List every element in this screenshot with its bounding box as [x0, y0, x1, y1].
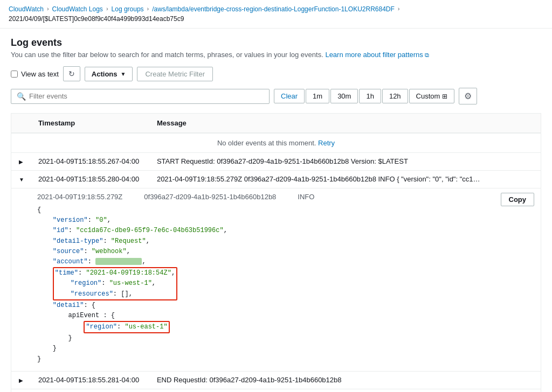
- filter-events-input[interactable]: [29, 92, 264, 100]
- message-cell: START RequestId: 0f396a27-d209-4a1b-9251…: [150, 153, 541, 171]
- actions-button[interactable]: Actions ▼: [85, 67, 133, 81]
- external-link-icon: ⧉: [425, 52, 429, 58]
- toolbar: View as text ↻ Actions ▼ Create Metric F…: [11, 66, 541, 81]
- retry-link[interactable]: Retry: [318, 139, 335, 147]
- breadcrumb: CloudWatch › CloudWatch Logs › Log group…: [0, 0, 552, 29]
- filter-row: 🔍 Clear 1m 30m 1h 12h Custom ⊞ ⚙: [11, 88, 541, 104]
- time-1m-button[interactable]: 1m: [306, 89, 329, 103]
- custom-label: Custom: [416, 92, 440, 100]
- search-box[interactable]: 🔍: [11, 89, 270, 104]
- log-table: Timestamp Message No older events at thi…: [11, 113, 541, 392]
- expand-button[interactable]: ▶: [18, 376, 24, 384]
- timestamp-cell: 2021-04-09T15:18:55.280-04:00: [32, 171, 150, 188]
- expanded-content: Copy 2021-04-09T19:18:55.279Z 0f396a27-d…: [11, 188, 541, 371]
- learn-more-link[interactable]: Learn more about filter patterns: [325, 51, 423, 59]
- time-buttons: Clear 1m 30m 1h 12h Custom ⊞: [274, 89, 454, 103]
- table-row: ▶ 2021-04-09T15:18:55.281-04:00 REPORT R…: [11, 389, 541, 392]
- table-row: ▼ 2021-04-09T15:18:55.280-04:00 2021-04-…: [11, 171, 541, 188]
- message-cell: REPORT RequestId: 0f396a27-d209-4a1b-925…: [150, 389, 541, 392]
- clear-button[interactable]: Clear: [274, 89, 305, 103]
- settings-button[interactable]: ⚙: [459, 88, 477, 104]
- view-as-text-checkbox[interactable]: [11, 71, 18, 78]
- col-expand-header: [11, 114, 32, 134]
- expanded-level: INFO: [298, 193, 314, 201]
- time-12h-button[interactable]: 12h: [382, 89, 408, 103]
- expanded-meta: 2021-04-09T19:18:55.279Z 0f396a27-d209-4…: [37, 193, 534, 201]
- create-metric-filter-button[interactable]: Create Metric Filter: [137, 67, 213, 81]
- message-cell: 2021-04-09T19:18:55.279Z 0f396a27-d209-4…: [150, 171, 541, 188]
- copy-button[interactable]: Copy: [501, 193, 535, 206]
- breadcrumb-cloudwatch-logs[interactable]: CloudWatch Logs: [52, 5, 103, 13]
- time-1h-button[interactable]: 1h: [359, 89, 381, 103]
- page-title: Log events: [11, 37, 541, 48]
- breadcrumb-sep-3: ›: [147, 5, 149, 12]
- custom-time-button[interactable]: Custom ⊞: [409, 89, 455, 103]
- gear-icon: ⚙: [464, 92, 472, 101]
- breadcrumb-sep-4: ›: [398, 5, 400, 12]
- breadcrumb-sep-1: ›: [47, 5, 49, 12]
- view-as-text-label[interactable]: View as text: [11, 70, 59, 78]
- breadcrumb-log-group-name[interactable]: /aws/lambda/eventbridge-cross-region-des…: [152, 5, 395, 13]
- expand-cell: ▶: [11, 389, 32, 392]
- page-description: You can use the filter bar below to sear…: [11, 51, 541, 59]
- main-content: Log events You can use the filter bar be…: [0, 29, 552, 392]
- highlighted-inner-region: "region": "us-east-1": [84, 321, 169, 333]
- breadcrumb-log-groups[interactable]: Log groups: [112, 5, 144, 13]
- highlighted-time-region: "time": "2021-04-09T19:18:54Z", "region"…: [53, 267, 177, 300]
- table-row: ▶ 2021-04-09T15:18:55.267-04:00 START Re…: [11, 153, 541, 171]
- expand-cell: ▶: [11, 371, 32, 389]
- no-older-events-row: No older events at this moment. Retry: [11, 133, 541, 153]
- redacted-account: [95, 258, 142, 265]
- col-timestamp-header: Timestamp: [32, 114, 150, 134]
- breadcrumb-sep-2: ›: [106, 5, 108, 12]
- breadcrumb-log-stream: 2021/04/09/[$LATEST]0c9e08f9c40f4a499b99…: [9, 15, 184, 23]
- table-row: ▶ 2021-04-09T15:18:55.281-04:00 END Requ…: [11, 371, 541, 389]
- timestamp-cell: 2021-04-09T15:18:55.267-04:00: [32, 153, 150, 171]
- expand-button[interactable]: ▶: [18, 158, 24, 166]
- table-header-row: Timestamp Message: [11, 114, 541, 134]
- message-cell: END RequestId: 0f396a27-d209-4a1b-9251-1…: [150, 371, 541, 389]
- timestamp-cell: 2021-04-09T15:18:55.281-04:00: [32, 371, 150, 389]
- expanded-timestamp: 2021-04-09T19:18:55.279Z: [37, 193, 122, 201]
- search-icon: 🔍: [17, 92, 26, 101]
- time-30m-button[interactable]: 30m: [330, 89, 358, 103]
- expanded-content-cell: Copy 2021-04-09T19:18:55.279Z 0f396a27-d…: [11, 188, 541, 372]
- expand-cell: ▶: [11, 153, 32, 171]
- col-message-header: Message: [150, 114, 541, 134]
- expand-button[interactable]: ▼: [18, 176, 25, 184]
- expanded-requestid: 0f396a27-d209-4a1b-9251-1b4b660b12b8: [144, 193, 276, 201]
- no-older-events-text: No older events at this moment.: [217, 139, 316, 147]
- timestamp-cell: 2021-04-09T15:18:55.281-04:00: [32, 389, 150, 392]
- expand-cell: ▼: [11, 171, 32, 188]
- refresh-button[interactable]: ↻: [63, 66, 80, 81]
- custom-grid-icon: ⊞: [442, 93, 447, 100]
- expanded-row: Copy 2021-04-09T19:18:55.279Z 0f396a27-d…: [11, 188, 541, 372]
- refresh-icon: ↻: [68, 69, 75, 78]
- actions-label: Actions: [92, 70, 118, 78]
- actions-arrow-icon: ▼: [121, 71, 126, 77]
- breadcrumb-cloudwatch[interactable]: CloudWatch: [9, 5, 44, 13]
- create-metric-filter-label: Create Metric Filter: [145, 70, 205, 78]
- json-content: { "version": "0", "id": "cc1da67c-dbe9-6…: [37, 205, 534, 365]
